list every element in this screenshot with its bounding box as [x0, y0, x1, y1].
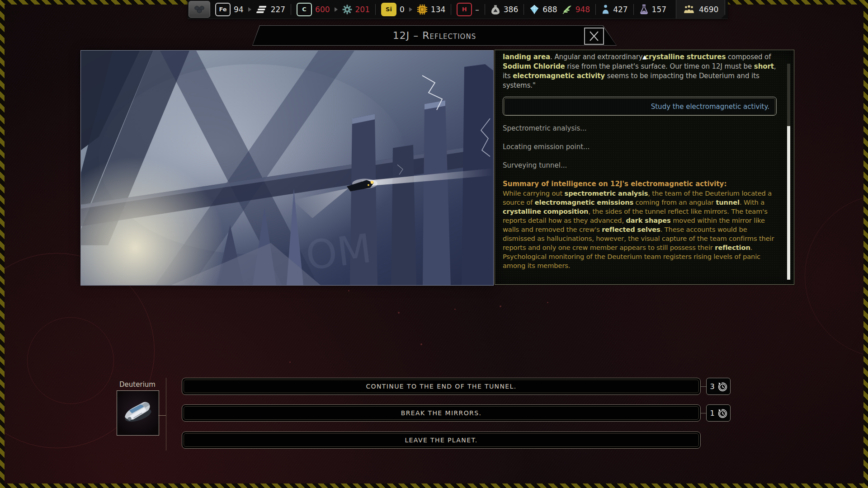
close-button[interactable] — [584, 28, 604, 45]
iron-count: 94 — [234, 5, 244, 14]
resource-science[interactable]: 157 — [639, 4, 666, 14]
science-count: 157 — [652, 5, 666, 14]
crystal-icon — [529, 5, 539, 14]
arrow-right-icon — [248, 7, 251, 12]
resource-crystal[interactable]: 688 — [529, 5, 557, 14]
population-segment[interactable]: 4690 — [676, 0, 725, 19]
badge-connector — [701, 386, 706, 387]
ship-thumbnail[interactable] — [117, 390, 159, 436]
steel-count: 227 — [271, 5, 285, 14]
sack-icon — [491, 4, 500, 15]
event-title-bar: 12J – Reflections — [252, 25, 617, 46]
summary-heading: Summary of intelligence on 12J's electro… — [503, 179, 777, 189]
hazard-stripe-left — [0, 0, 5, 488]
cubes-icon — [194, 5, 205, 14]
progress-line: Surveying tunnel... — [503, 161, 777, 170]
choices-rail — [166, 378, 166, 450]
steel-icon — [256, 5, 268, 14]
resource-carbon[interactable]: C 600 — [297, 3, 330, 16]
choice-leave-planet[interactable]: LEAVE THE PLANET. — [182, 432, 701, 449]
clock-history-icon — [717, 408, 727, 418]
resource-bar: Fe 94 227 C 600 — [188, 0, 728, 19]
carbon-badge-icon: C — [297, 3, 312, 16]
divider — [291, 4, 291, 15]
event-text-panel: ▲ landing area. Angular and extraordinar… — [495, 50, 794, 285]
event-narrative: landing area. Angular and extraordinary … — [503, 52, 777, 90]
resource-parts[interactable]: 201 — [342, 5, 370, 14]
wheat-icon — [561, 4, 572, 15]
progress-line: Spectrometric analysis... — [503, 124, 777, 133]
crystal-count: 688 — [542, 5, 557, 14]
choice-break-mirrors-label: BREAK THE MIRRORS. — [184, 406, 699, 420]
hazard-stripe-right — [863, 0, 868, 488]
supplies-count: 386 — [504, 5, 518, 14]
deuterium-ship-icon — [117, 391, 158, 434]
flask-icon — [639, 4, 649, 14]
starmap-ring — [805, 194, 868, 358]
divider — [524, 4, 524, 15]
person-icon — [601, 4, 610, 14]
divider — [633, 4, 634, 15]
parts-count: 201 — [355, 5, 370, 14]
time-cost-badge: 1 — [706, 404, 731, 422]
svg-text:OM: OM — [303, 225, 374, 279]
population-count: 4690 — [699, 5, 718, 14]
resource-hydrogen[interactable]: H – — [457, 3, 479, 16]
scroll-up-arrow[interactable]: ▲ — [642, 54, 646, 60]
gear-icon — [342, 5, 352, 14]
time-cost-value: 3 — [710, 382, 714, 391]
silicon-badge-icon: Si — [381, 3, 396, 16]
carbon-count: 600 — [315, 5, 330, 14]
silicon-count: 0 — [400, 5, 405, 14]
scrollbar-track[interactable] — [787, 64, 790, 280]
choice-continue-tunnel[interactable]: CONTINUE TO THE END OF THE TUNNEL. — [182, 378, 701, 395]
close-icon — [588, 31, 600, 42]
hydrogen-count: – — [475, 5, 479, 14]
choice-break-mirrors[interactable]: BREAK THE MIRRORS. — [182, 404, 701, 422]
ship-name-label: Deuterium — [117, 380, 158, 389]
time-cost-value: 1 — [710, 409, 714, 418]
event-title: 12J – Reflections — [252, 25, 617, 46]
game-screen: Fe 94 227 C 600 — [0, 0, 868, 488]
progress-log: Spectrometric analysis... Locating emiss… — [503, 124, 777, 170]
divider — [451, 4, 451, 15]
divider — [595, 4, 596, 15]
clock-history-icon — [717, 382, 727, 391]
hydrogen-badge-icon: H — [457, 3, 472, 16]
chip-icon — [417, 4, 428, 15]
choice-leave-planet-label: LEAVE THE PLANET. — [184, 433, 699, 447]
fe-badge-icon: Fe — [215, 3, 231, 16]
hazard-stripe-bottom — [0, 483, 868, 488]
event-illustration: OM — [80, 50, 494, 286]
resource-supplies[interactable]: 386 — [491, 4, 518, 15]
progress-line: Locating emission point... — [503, 142, 777, 152]
resource-colonists[interactable]: 427 — [601, 4, 627, 14]
ship-connector-line — [158, 415, 166, 416]
badge-connector — [701, 413, 706, 413]
resource-electronics[interactable]: 134 — [417, 4, 445, 15]
resource-silicon[interactable]: Si 0 — [381, 3, 405, 16]
study-activity-button[interactable]: Study the electromagnetic activity. — [503, 97, 777, 116]
summary-body: While carrying out spectrometric analysi… — [503, 189, 777, 270]
arrow-right-icon — [335, 7, 338, 12]
scrollbar-thumb[interactable] — [787, 126, 790, 280]
stockpile-button[interactable] — [189, 1, 210, 18]
electronics-count: 134 — [431, 5, 445, 14]
resource-iron[interactable]: Fe 94 — [215, 3, 244, 16]
resource-steel[interactable]: 227 — [256, 5, 285, 14]
people-icon — [683, 5, 695, 14]
arrow-right-icon — [409, 7, 412, 12]
time-cost-badge: 3 — [706, 378, 731, 395]
colonists-count: 427 — [613, 5, 627, 14]
resource-food[interactable]: 948 — [561, 4, 590, 15]
food-count: 948 — [576, 5, 590, 14]
study-activity-label: Study the electromagnetic activity. — [504, 98, 775, 115]
starmap-ring — [27, 317, 114, 404]
choice-continue-tunnel-label: CONTINUE TO THE END OF THE TUNNEL. — [184, 380, 699, 393]
divider — [485, 4, 485, 15]
divider — [375, 4, 376, 15]
